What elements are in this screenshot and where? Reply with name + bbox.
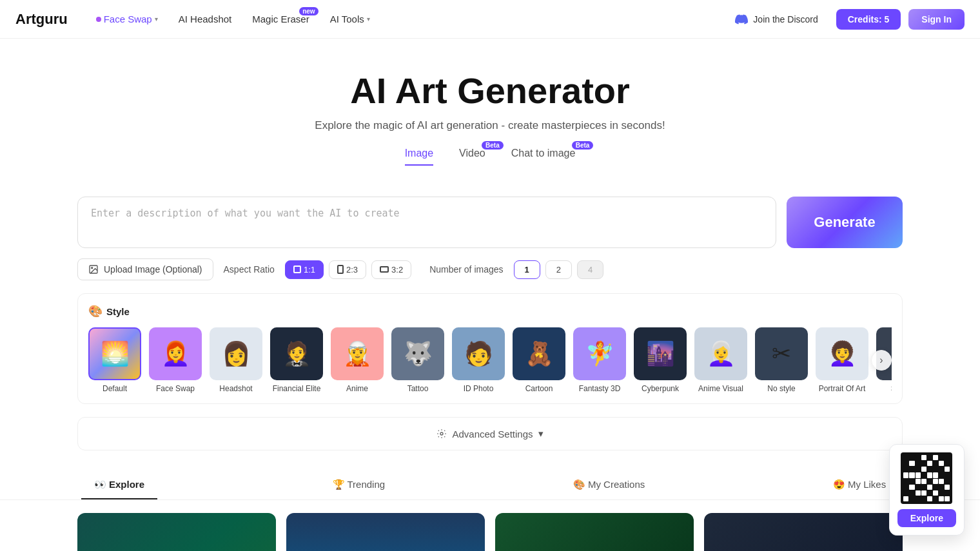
- tab-video[interactable]: Beta Video: [459, 148, 485, 166]
- style-thumb-anime-visual: 👩‍🦳: [694, 327, 747, 380]
- style-name-financial-elite: Financial Elite: [273, 384, 321, 393]
- advanced-label: Advanced Settings: [452, 429, 533, 440]
- gallery-item[interactable]: [704, 513, 903, 551]
- settings-icon: [436, 429, 447, 439]
- style-name-headshot: Headshot: [219, 384, 252, 393]
- aspect-3-2[interactable]: 3:2: [371, 260, 411, 279]
- nav-ai-headshot[interactable]: AI Headshot: [171, 10, 240, 28]
- style-header: 🎨 Style: [88, 304, 892, 318]
- discord-label: Join the Discord: [753, 14, 818, 24]
- advanced-settings[interactable]: Advanced Settings ▾: [77, 417, 903, 450]
- hero-section: AI Art Generator Explore the magic of AI…: [0, 39, 980, 181]
- tab-trending[interactable]: 🏆 Trending: [320, 471, 398, 499]
- aspect-1-1[interactable]: 1:1: [285, 260, 324, 279]
- style-emoji-icon: 🎨: [88, 304, 103, 318]
- style-item-face-swap[interactable]: 👩‍🦰Face Swap: [149, 327, 202, 393]
- upload-image-button[interactable]: Upload Image (Optional): [77, 258, 213, 280]
- upload-label: Upload Image (Optional): [104, 264, 202, 275]
- discord-button[interactable]: Join the Discord: [725, 8, 828, 31]
- face-swap-dot-icon: [96, 17, 101, 22]
- ratio-3-2-icon: [380, 266, 389, 273]
- style-item-cartoon[interactable]: 🧸Cartoon: [513, 327, 565, 393]
- style-thumb-no-style: ✂: [755, 327, 808, 380]
- chat-beta-badge: Beta: [572, 141, 594, 150]
- style-thumb-default: 🌅: [88, 327, 141, 380]
- signin-button[interactable]: Sign In: [908, 9, 965, 30]
- qr-popup: Explore: [889, 444, 965, 536]
- aspect-1-1-label: 1:1: [304, 265, 315, 275]
- hero-subtitle: Explore the magic of AI art generation -…: [0, 119, 980, 132]
- style-name-portrait-of-art: Portrait Of Art: [819, 384, 866, 393]
- video-beta-badge: Beta: [482, 141, 504, 150]
- upload-icon: [88, 264, 99, 275]
- style-name-default: Default: [103, 384, 127, 393]
- style-thumb-cyberpunk: 🌆: [634, 327, 687, 380]
- ratio-2-3-icon: [337, 265, 344, 274]
- svg-point-2: [440, 432, 443, 435]
- header-right: Join the Discord Credits: 5 Sign In: [725, 8, 965, 31]
- main-nav: Face Swap ▾ AI Headshot Magic Eraser new…: [88, 10, 725, 28]
- num-2[interactable]: 2: [545, 260, 572, 279]
- generate-button[interactable]: Generate: [787, 197, 903, 248]
- aspect-2-3[interactable]: 2:3: [329, 260, 366, 279]
- style-item-financial-elite[interactable]: 🤵Financial Elite: [270, 327, 323, 393]
- style-name-cartoon: Cartoon: [525, 384, 553, 393]
- chevron-down-icon: ▾: [538, 428, 544, 440]
- gallery-item[interactable]: [77, 513, 276, 551]
- gallery: [0, 513, 980, 551]
- style-name-fantasy-3d: Fantasty 3D: [579, 384, 621, 393]
- chevron-down-icon: ▾: [155, 15, 158, 23]
- style-name-tattoo: Tattoo: [407, 384, 429, 393]
- num-1[interactable]: 1: [514, 260, 540, 279]
- style-item-anime[interactable]: 🧝Anime: [331, 327, 384, 393]
- style-name-sketch: Sketch: [891, 384, 892, 393]
- style-item-headshot[interactable]: 👩Headshot: [210, 327, 262, 393]
- style-item-no-style[interactable]: ✂No style: [755, 327, 808, 393]
- style-thumb-financial-elite: 🤵: [270, 327, 323, 380]
- style-item-default[interactable]: 🌅Default: [88, 327, 141, 393]
- num-images-label: Number of images: [429, 264, 503, 275]
- style-thumb-cartoon: 🧸: [513, 327, 565, 380]
- new-badge: new: [299, 7, 318, 15]
- nav-face-swap[interactable]: Face Swap ▾: [88, 10, 166, 28]
- prompt-input[interactable]: [77, 197, 776, 248]
- style-thumb-fantasy-3d: 🧚: [573, 327, 626, 380]
- style-thumb-anime: 🧝: [331, 327, 384, 380]
- qr-explore-button[interactable]: Explore: [897, 509, 956, 527]
- ai-tools-chevron-icon: ▾: [367, 15, 370, 23]
- nav-face-swap-label: Face Swap: [104, 14, 152, 24]
- style-next-button[interactable]: ›: [871, 350, 892, 371]
- credits-button[interactable]: Credits: 5: [836, 9, 901, 30]
- style-thumb-portrait-of-art: 👩‍🦱: [816, 327, 868, 380]
- style-item-cyberpunk[interactable]: 🌆Cyberpunk: [634, 327, 687, 393]
- tab-explore[interactable]: 👀 Explore: [81, 471, 157, 499]
- nav-magic-eraser-label: Magic Eraser: [252, 14, 309, 24]
- style-item-id-photo[interactable]: 🧑ID Photo: [452, 327, 505, 393]
- nav-magic-eraser[interactable]: Magic Eraser new: [244, 10, 317, 28]
- style-name-anime-visual: Anime Visual: [698, 384, 743, 393]
- ratio-1-1-icon: [293, 266, 301, 273]
- mode-tabs: Image Beta Video Beta Chat to image: [0, 148, 980, 166]
- style-thumb-face-swap: 👩‍🦰: [149, 327, 202, 380]
- style-name-id-photo: ID Photo: [464, 384, 494, 393]
- style-grid: 🌅Default👩‍🦰Face Swap👩Headshot🤵Financial …: [88, 327, 892, 393]
- gallery-item[interactable]: [286, 513, 485, 551]
- prompt-row: Generate: [77, 197, 903, 248]
- gallery-item[interactable]: [495, 513, 694, 551]
- controls-row: Upload Image (Optional) Aspect Ratio 1:1…: [77, 258, 903, 280]
- style-name-no-style: No style: [767, 384, 795, 393]
- style-item-tattoo[interactable]: 🐺Tattoo: [391, 327, 444, 393]
- nav-ai-tools[interactable]: AI Tools ▾: [322, 10, 378, 28]
- style-item-fantasy-3d[interactable]: 🧚Fantasty 3D: [573, 327, 626, 393]
- style-item-anime-visual[interactable]: 👩‍🦳Anime Visual: [694, 327, 747, 393]
- tab-my-creations[interactable]: 🎨 My Creations: [560, 471, 658, 499]
- tab-my-likes[interactable]: 😍 My Likes: [820, 471, 899, 499]
- main-content: Generate Upload Image (Optional) Aspect …: [0, 197, 980, 450]
- tab-image[interactable]: Image: [405, 148, 433, 166]
- style-item-portrait-of-art[interactable]: 👩‍🦱Portrait Of Art: [816, 327, 868, 393]
- tab-chat-to-image[interactable]: Beta Chat to image: [511, 148, 576, 166]
- style-thumb-headshot: 👩: [210, 327, 262, 380]
- num-images-options: 1 2 4: [514, 260, 604, 279]
- style-thumb-tattoo: 🐺: [391, 327, 444, 380]
- style-name-face-swap: Face Swap: [156, 384, 195, 393]
